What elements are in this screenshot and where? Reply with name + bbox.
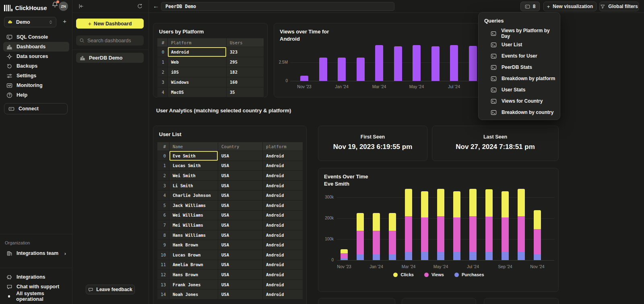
table-cell[interactable]: Lucas Brown — [169, 250, 218, 260]
table-cell[interactable]: Amelia Brown — [169, 260, 218, 270]
stacked-bar-segment-clicks[interactable] — [357, 213, 364, 231]
sidebar-item-data-sources[interactable]: Data sources — [3, 52, 69, 61]
table-cell[interactable]: iOS — [168, 67, 227, 77]
table-row[interactable]: 8Hans WilliamsUSAAndroid — [157, 230, 303, 240]
stacked-bar-segment-purchases[interactable] — [405, 252, 412, 260]
stacked-bar-segment-views[interactable] — [453, 217, 460, 252]
table-cell[interactable]: USA — [218, 270, 263, 280]
row-index-cell[interactable]: 5 — [157, 201, 169, 211]
queries-count-button[interactable]: 8 — [520, 2, 540, 11]
stacked-bar-segment-purchases[interactable] — [502, 252, 509, 260]
table-cell[interactable]: MacOS — [168, 87, 227, 97]
table-cell[interactable]: USA — [218, 151, 263, 161]
row-index-cell[interactable]: 1 — [157, 161, 169, 171]
table-cell[interactable]: Android — [263, 211, 303, 221]
sidebar-item-backups[interactable]: Backups — [3, 61, 69, 71]
table-cell[interactable]: Noah Jones — [169, 290, 218, 300]
table-row[interactable]: 1Lucas SmithUSAAndroid — [157, 161, 303, 171]
table-cell[interactable]: Li Smith — [169, 181, 218, 191]
table-cell[interactable]: Android — [168, 47, 227, 57]
stacked-bar-segment-purchases[interactable] — [485, 252, 493, 260]
stacked-bar-segment-views[interactable] — [485, 217, 493, 252]
row-index-cell[interactable]: 13 — [157, 280, 169, 290]
table-cell[interactable]: Android — [263, 230, 303, 240]
query-menu-item[interactable]: Breakdown by country — [484, 107, 557, 118]
table-cell[interactable]: Android — [263, 250, 303, 260]
sidebar-item-sql-console[interactable]: SQL Console — [3, 32, 69, 42]
stacked-bar-segment-views[interactable] — [389, 231, 396, 254]
stacked-bar-segment-views[interactable] — [469, 216, 477, 252]
stacked-bar-segment-clicks[interactable] — [518, 189, 525, 216]
stacked-bar-segment-views[interactable] — [534, 229, 541, 254]
query-menu-item[interactable]: User Stats — [484, 84, 557, 95]
table-cell[interactable]: Lucas Smith — [169, 161, 218, 171]
stacked-bar-segment-clicks[interactable] — [502, 191, 509, 217]
leave-feedback-button[interactable]: Leave feedback — [86, 285, 135, 294]
stacked-bar-segment-clicks[interactable] — [389, 213, 396, 231]
table-cell[interactable]: Hans Brown — [169, 270, 218, 280]
bar[interactable] — [413, 45, 421, 81]
table-cell[interactable]: USA — [218, 280, 263, 290]
bar[interactable] — [450, 45, 458, 81]
table-cell[interactable]: USA — [218, 250, 263, 260]
query-menu-item[interactable]: Breakdown by platform — [484, 73, 557, 84]
table-row[interactable]: 3Li SmithUSAAndroid — [157, 181, 303, 191]
table-cell[interactable]: 160 — [227, 77, 264, 87]
sidebar-item-help[interactable]: Help — [3, 90, 69, 100]
row-index-cell[interactable]: 0 — [157, 47, 168, 57]
table-cell[interactable]: USA — [218, 190, 263, 201]
table-row[interactable]: 4MacOS35 — [157, 87, 264, 97]
stacked-bar-segment-purchases[interactable] — [341, 259, 348, 260]
bar[interactable] — [357, 58, 365, 81]
row-index-cell[interactable]: 4 — [157, 87, 168, 97]
row-index-cell[interactable]: 1 — [157, 57, 168, 67]
table-row[interactable]: 12Hans BrownUSAAndroid — [157, 270, 303, 280]
table-cell[interactable]: Frank Jones — [169, 280, 218, 290]
row-index-cell[interactable]: 12 — [157, 270, 169, 280]
table-row[interactable]: 0Android323 — [157, 47, 264, 57]
stacked-bar-segment-views[interactable] — [405, 216, 412, 252]
table-cell[interactable]: 295 — [227, 57, 264, 67]
global-filters-button[interactable]: Global filters — [599, 2, 639, 11]
collapse-panel-icon[interactable] — [78, 3, 84, 9]
connect-button[interactable]: Connect — [4, 103, 68, 114]
table-cell[interactable]: Android — [263, 270, 303, 280]
table-cell[interactable]: Android — [263, 181, 303, 191]
table-cell[interactable]: Jack Williams — [169, 201, 218, 211]
table-cell[interactable]: Android — [263, 201, 303, 211]
dashboard-search-input[interactable] — [87, 38, 140, 43]
stacked-bar-segment-purchases[interactable] — [469, 252, 477, 260]
row-index-cell[interactable]: 2 — [157, 171, 169, 181]
row-index-cell[interactable]: 14 — [157, 290, 169, 300]
table-cell[interactable]: Web — [168, 57, 227, 67]
table-cell[interactable]: USA — [218, 220, 263, 230]
row-index-cell[interactable]: 10 — [157, 250, 169, 260]
sidebar-item-dashboards[interactable]: Dashboards — [3, 42, 69, 52]
table-cell[interactable]: USA — [218, 260, 263, 270]
table-cell[interactable]: Android — [263, 190, 303, 201]
stacked-bar-segment-views[interactable] — [437, 216, 444, 252]
table-cell[interactable]: USA — [218, 230, 263, 240]
sidebar-item-integrations[interactable]: Integrations — [3, 272, 69, 282]
table-cell[interactable]: Android — [263, 260, 303, 270]
sidebar-item-monitoring[interactable]: Monitoring — [3, 81, 69, 90]
stacked-bar-segment-purchases[interactable] — [518, 252, 525, 260]
table-cell[interactable]: Mei Williams — [169, 220, 218, 230]
table-cell[interactable]: Android — [263, 161, 303, 171]
sidebar-item-all-systems-operational[interactable]: All systems operational — [3, 292, 69, 301]
stacked-bar-segment-clicks[interactable] — [534, 210, 541, 229]
stacked-bar-segment-clicks[interactable] — [485, 189, 493, 217]
table-cell[interactable]: USA — [218, 161, 263, 171]
stacked-bar-segment-views[interactable] — [373, 231, 380, 254]
stacked-bar-segment-views[interactable] — [357, 231, 364, 254]
table-cell[interactable]: Eve Smith — [169, 151, 218, 161]
legend-item-purchases[interactable]: Purchases — [454, 272, 484, 277]
stacked-bar-segment-purchases[interactable] — [534, 254, 541, 260]
row-index-cell[interactable]: 8 — [157, 230, 169, 240]
table-row[interactable]: 2iOS182 — [157, 67, 264, 77]
new-visualization-button[interactable]: + New visualization — [543, 2, 597, 11]
table-cell[interactable]: Android — [263, 151, 303, 161]
notifications-bell-icon[interactable] — [52, 1, 58, 8]
table-cell[interactable]: Android — [263, 240, 303, 250]
stacked-bar-segment-clicks[interactable] — [341, 249, 348, 253]
